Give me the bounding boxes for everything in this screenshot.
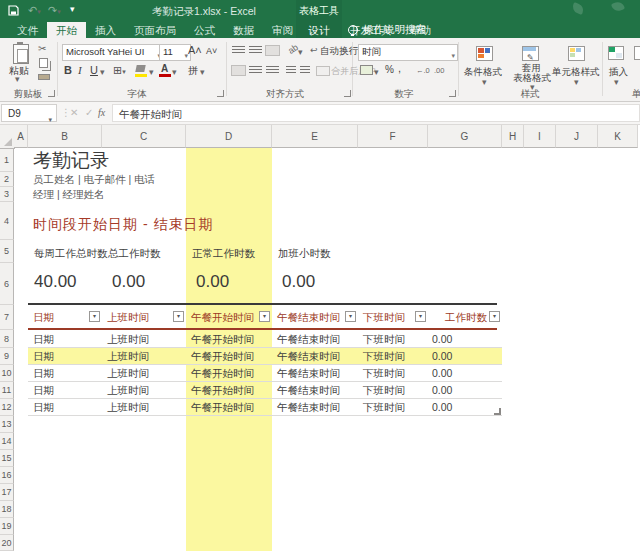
row-header-19[interactable]: 19 [0,518,14,535]
format-painter-icon[interactable] [38,74,50,80]
column-header-I[interactable]: I [524,125,556,148]
table-cell[interactable]: 午餐开始时间 [191,330,254,348]
filter-dropdown-icon[interactable]: ▾ [415,311,426,322]
stats-label-cell[interactable]: 加班小时数 [278,240,331,263]
column-header-F[interactable]: F [358,125,428,148]
shrink-font-icon[interactable]: A˅ [206,46,217,56]
cancel-icon[interactable]: ✕ [70,104,78,122]
table-cell[interactable]: 上班时间 [107,348,149,365]
row-header-17[interactable]: 17 [0,484,14,501]
table-header-工作时数[interactable]: 工作时数 [445,305,487,330]
row-header-10[interactable]: 10 [0,365,14,382]
tab-公式[interactable]: 公式 [185,22,224,38]
filter-dropdown-icon[interactable]: ▾ [89,311,100,322]
table-cell[interactable]: 午餐开始时间 [191,382,254,399]
insert-function-icon[interactable]: fx [98,104,105,122]
fill-color-icon[interactable] [135,65,145,72]
stats-label-cell[interactable]: 总工作时数 [108,240,161,263]
save-icon[interactable] [8,5,19,16]
tab-插入[interactable]: 插入 [86,22,125,38]
increase-decimal-icon[interactable]: ←.0 [416,66,430,75]
period-cell[interactable]: 时间段开始日期 - 结束日期 [33,202,213,240]
font-color-dropdown-arrow[interactable]: ▾ [172,67,177,77]
table-cell[interactable]: 日期 [33,330,54,348]
insert-cells-icon[interactable] [608,46,624,60]
tab-页面布局[interactable]: 页面布局 [125,22,185,38]
name-box[interactable]: D9▾ [1,104,57,122]
column-header-A[interactable]: A [14,125,28,148]
table-cell[interactable]: 0.00 [432,330,452,348]
column-header-E[interactable]: E [272,125,358,148]
table-cell[interactable]: 0.00 [432,399,452,416]
conditional-formatting-arrow[interactable]: ▾ [482,77,487,87]
table-cell[interactable]: 午餐结束时间 [277,330,340,348]
fill-color-dropdown-arrow[interactable]: ▾ [149,67,154,77]
percent-style-icon[interactable]: % [385,64,394,75]
align-right-icon[interactable] [266,66,279,75]
table-cell[interactable]: 上班时间 [107,365,149,382]
decrease-indent-icon[interactable] [286,66,296,75]
underline-dropdown-arrow[interactable]: ▾ [100,67,105,77]
number-format-combo[interactable]: 时间▾ [358,44,458,61]
stats-value-cell[interactable]: 0.00 [112,263,145,303]
column-header-K[interactable]: K [598,125,638,148]
font-dialog-launcher[interactable] [217,90,224,97]
redo-icon[interactable]: ↷▾ [48,4,61,17]
enter-icon[interactable]: ✓ [85,104,93,122]
table-cell[interactable]: 日期 [33,382,54,399]
row-header-15[interactable]: 15 [0,450,14,467]
table-cell[interactable]: 午餐开始时间 [191,399,254,416]
accounting-format-icon[interactable] [360,65,373,75]
alignment-dialog-launcher[interactable] [344,90,351,97]
tell-me-search[interactable]: 操作说明搜索 [348,22,426,38]
table-cell[interactable]: 午餐结束时间 [277,348,340,365]
table-cell[interactable]: 下班时间 [363,365,405,382]
employee-info-cell[interactable]: 员工姓名 | 电子邮件 | 电话 [33,172,155,187]
stats-value-cell[interactable]: 40.00 [34,263,77,303]
row-header-6[interactable]: 6 [0,263,14,305]
italic-button[interactable]: I [78,64,82,76]
table-header-日期[interactable]: 日期 [33,305,54,330]
table-cell[interactable]: 午餐结束时间 [277,365,340,382]
select-all-button[interactable] [0,125,15,149]
row-header-16[interactable]: 16 [0,467,14,484]
formula-input[interactable]: 午餐开始时间 [112,104,640,122]
number-dialog-launcher[interactable] [449,90,456,97]
conditional-formatting-icon[interactable] [476,46,493,61]
row-header-3[interactable]: 3 [0,187,14,202]
table-header-午餐结束时间[interactable]: 午餐结束时间 [277,305,340,330]
table-header-上班时间[interactable]: 上班时间 [107,305,149,330]
undo-icon[interactable]: ↶▾ [28,4,41,17]
delete-cells-icon-partial[interactable] [634,46,640,60]
bold-button[interactable]: B [64,64,72,76]
table-cell[interactable]: 上班时间 [107,382,149,399]
tab-数据[interactable]: 数据 [224,22,263,38]
table-cell[interactable]: 午餐结束时间 [277,399,340,416]
row-header-8[interactable]: 8 [0,330,14,348]
column-header-G[interactable]: G [428,125,502,148]
row-header-9[interactable]: 9 [0,348,14,365]
table-cell[interactable]: 上班时间 [107,399,149,416]
manager-info-cell[interactable]: 经理 | 经理姓名 [33,187,105,202]
paste-dropdown-arrow[interactable]: ▾ [15,74,20,84]
accounting-dropdown-arrow[interactable]: ▾ [374,67,379,77]
row-header-4[interactable]: 4 [0,202,14,240]
decrease-decimal-icon[interactable]: .00 [434,66,444,75]
table-resize-handle[interactable] [494,408,501,415]
row-header-13[interactable]: 13 [0,416,14,433]
wrap-text-label[interactable]: 自动换行 [320,45,358,58]
tab-开始[interactable]: 开始 [47,22,86,38]
table-cell[interactable]: 下班时间 [363,348,405,365]
row-header-20[interactable]: 20 [0,535,14,551]
stats-label-cell[interactable]: 每周工作总时数 [34,240,108,263]
column-header-D[interactable]: D [186,125,272,148]
grow-font-icon[interactable]: A˄ [188,44,202,56]
table-cell[interactable]: 0.00 [432,348,452,365]
row-header-2[interactable]: 2 [0,172,14,187]
merge-center-icon[interactable] [316,66,330,76]
row-header-12[interactable]: 12 [0,399,14,416]
table-header-下班时间[interactable]: 下班时间 [363,305,405,330]
align-left-icon[interactable] [232,66,245,75]
table-cell[interactable]: 上班时间 [107,330,149,348]
underline-button[interactable]: U [90,64,98,76]
